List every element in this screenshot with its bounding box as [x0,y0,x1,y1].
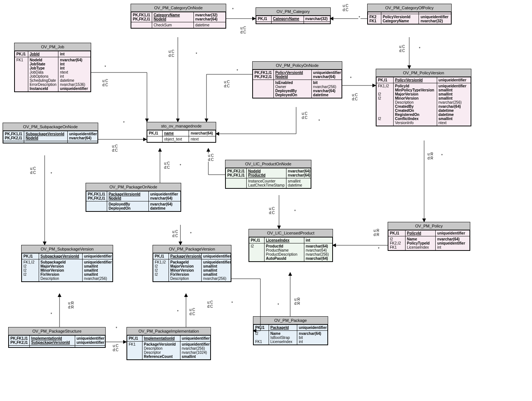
label-star: * [419,46,421,51]
entity-category-of-policy: OV_PM_CategoryOfPolicyFK2FK1PolicyVersio… [367,4,452,25]
entity-product-on-node: OV_LIC_ProductOnNodePK,FK2,I1PK,FK1,I1No… [225,160,311,189]
type-col: uniqueidentifiernvarchar(64) [67,131,97,141]
entity-title: OV_PM_PolicyVersion [376,69,471,77]
key-col: I2 [249,243,265,262]
key-col [86,201,107,211]
entity-policy-version: OV_PM_PolicyVersionPK,I1PolicyVersionIdu… [376,69,471,126]
entity-title: OV_PM_Job [15,43,91,51]
label-star: * [190,232,192,236]
key-col: PK,FK1,I1PK,FK2,I1 [253,70,274,80]
type-col: uniqueidentifier [297,325,328,331]
label-ucdc: u:C d:C [112,144,118,152]
entity-policy: OV_PM_PolicyPK,I1PolicyIduniqueidentifie… [388,222,470,251]
name-col: name [162,130,189,136]
label-star: * [277,303,279,307]
label-star: * [236,69,238,73]
entity-policy-on-node: OV_PM_PolicyOnNodePK,FK1,I1PK,FK2,I1Poli… [252,61,342,98]
label-star: * [50,172,52,176]
type-col: bitnvarchar(256)nvarchar(64)datetime [311,80,342,98]
key-col: PK,FK2,I1PK,FK1,I1 [226,168,247,178]
name-col: PackageIdMajorVersionMinorVersionFixVers… [169,259,201,282]
label-ucdc: u:C d:C [172,230,179,238]
type-col: uniqueidentifiersmallintsmallintsmallint… [82,259,112,282]
key-col: PK,I1 [256,16,272,22]
label-star: * [294,209,296,213]
key-col: PK,FK1,I1PK,FK2,I1 [131,12,152,22]
key-col [226,178,247,188]
name-col: ImplementationId [142,336,180,342]
entity-title: OV_PM_CategoryOfPolicy [368,4,451,12]
label-star: * [50,312,52,316]
key-col: PK,FK1,I1PK,FK2,I1 [3,131,24,141]
type-col: nvarchar(64)nvarchar(64) [286,168,311,178]
key-col: FK1 [15,57,28,92]
key-col [9,346,30,347]
name-col: PolicyVersionIdNodeId [273,70,311,80]
entity-title: OV_PM_SubpackageOnNode [3,123,98,131]
name-col [24,141,67,143]
type-col: uniqueidentifier [82,253,112,259]
name-col: ProductIdProductNameProductDescriptionAu… [264,243,304,262]
entity-title: OV_PM_PackageOnNode [86,183,181,191]
entity-title: OV_PM_CategoryOnNode [131,4,226,12]
type-col: nvarchar(64)uniqueidentifierint [436,236,470,250]
label-star: * [177,310,179,314]
key-col: FK1,I2I2I2I2 [376,83,394,126]
name-col: NodeIdJobStateJobTypeJobDataJobOptionsSc… [28,57,58,92]
label-ucdc: u:C d:C [269,207,275,215]
type-col: int [58,51,91,57]
type-col: ntext [189,136,216,142]
type-col [75,346,105,347]
label-ucdc: u:C d:C [208,153,214,162]
label-star: * [195,52,198,56]
name-col: PackageVersionId [169,253,201,259]
name-col: PolicyVersionIdCategoryName [381,14,419,24]
key-col: PK,I1 [147,130,163,136]
type-col: uniqueidentifiersmallintsmallintsmallint… [202,259,231,282]
entity-package: OV_PM_PackagePK,I1PackageIduniqueidentif… [253,316,328,345]
name-col: NamePolicyTypeIdLicenseIndex [405,236,435,250]
type-col: nvarchar(64)intintntextintdatetimenvarch… [58,57,91,92]
type-col: nvarchar(32) [304,16,330,22]
name-col: JobId [28,51,58,57]
type-col: uniqueidentifier [437,77,471,83]
key-col: FK1,I2I2I2I2 [153,259,169,282]
label-star: * [441,153,443,158]
key-col: I2FK1 [254,331,269,345]
type-col: nvarchar(64)bitint [297,331,328,345]
type-col: uniqueidentifiersmallintsmallintsmallint… [437,83,471,126]
type-col: uniqueidentifier [202,253,231,259]
key-col: PK,I1 [153,253,169,259]
entity-category-on-node: OV_PM_CategoryOnNodePK,FK1,I1PK,FK2,I1Ca… [131,4,226,29]
name-col: CategoryNameNodeId [152,12,193,22]
entity-package-implementation: OV_PM_PackageImplementationPK,I1Implemen… [126,327,211,360]
key-col: PK,I1 [249,237,265,243]
name-col: PackageVersionIdNodeId [107,191,148,201]
type-col: nvarchar(64)nvarchar(64)nvarchar(256)nva… [304,243,332,262]
type-col: nvarchar(32)nvarchar(64) [193,12,225,22]
entity-title: OV_PM_PackageImplementation [127,327,211,335]
label-star: * [231,301,233,305]
key-col [256,22,272,24]
key-col [131,22,152,28]
key-col: PK,I1 [376,77,394,83]
name-col [271,22,304,24]
name-col: SubpackageIdMajorVersionMinorVersionFixV… [39,259,82,282]
name-col [29,346,75,347]
name-col: SubpackageVersionIdNodeId [24,131,67,141]
label-ucdc: u:C d:C [352,93,358,101]
entity-title: OV_PM_PackageStructure [9,327,105,335]
label-urdur: u:R d:R [373,229,380,237]
entity-title: OV_PM_Policy [388,222,470,230]
name-col: DeployedByDeployedOn [107,201,148,211]
name-col: IsEnabledOwnerDeployedByDeployedOn [273,80,311,98]
label-ucdc: u:C d:C [168,49,175,58]
entity-subpackage-version: OV_PM_SubpackageVersionPK,I1SubpackageVe… [21,245,113,282]
label-urdur: u:R d:R [68,301,74,309]
type-col [304,22,330,24]
entity-title: OV_PM_Package [253,317,328,324]
label-ucdc: u:C d:C [240,26,247,34]
label-ucdc: u:C d:C [224,80,230,88]
entity-title: OV_PM_SubpackageVersion [22,245,113,253]
name-col: InstanceCounterLastCheckTimeStamp [246,178,286,188]
